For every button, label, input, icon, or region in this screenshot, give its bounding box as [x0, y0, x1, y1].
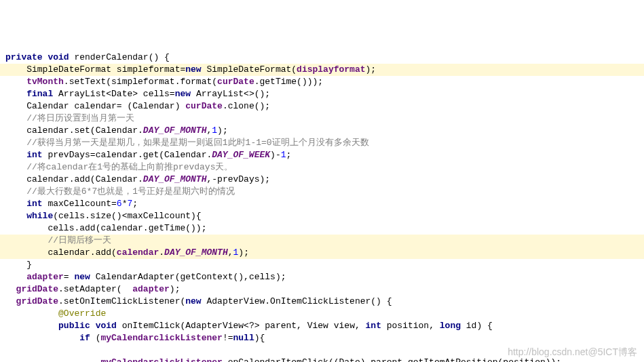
code-token: calendar.set(Calendar.: [26, 125, 143, 136]
code-token: maxCellcount=: [43, 199, 117, 209]
code-token: ,: [228, 247, 233, 258]
code-token: .setOnItemClickListener(: [58, 296, 185, 306]
code-token: .onCalendarItemClick((Date) parent.getIt…: [223, 357, 561, 362]
code-token: DAY_OF_WEEK: [212, 150, 270, 160]
code-line[interactable]: gridDate.setAdapter( adapter);: [0, 283, 644, 296]
code-line[interactable]: //最大行数是6*7也就是，1号正好是星期六时的情况: [0, 186, 644, 198]
code-token: id) {: [461, 321, 493, 331]
code-token: ArrayList<Date> cells=: [53, 89, 174, 99]
code-token: 1: [212, 125, 217, 136]
code-line[interactable]: while(cells.size()<maxCellcount){: [0, 210, 644, 222]
code-token: //将日历设置到当月第一天: [26, 113, 134, 123]
code-token: private: [5, 52, 43, 62]
code-token: );: [170, 284, 181, 294]
code-token: [48, 308, 58, 319]
code-token: (: [90, 333, 101, 343]
code-line[interactable]: }: [0, 259, 644, 271]
code-line[interactable]: tvMonth.setText(simpleformat.format(curD…: [0, 76, 644, 88]
code-token: prevDays=calendar.get(Calendar.: [43, 150, 212, 160]
code-token: calendar.add(: [48, 247, 116, 258]
code-token: [5, 284, 16, 294]
code-token: myCalendarclickListener: [100, 357, 222, 362]
code-token: new: [185, 296, 201, 306]
code-token: [69, 333, 80, 343]
code-token: //最大行数是6*7也就是，1号正好是星期六时的情况: [26, 186, 235, 197]
code-line[interactable]: calendar.add(calendar.DAY_OF_MONTH,1);: [0, 247, 644, 259]
code-token: position,: [381, 321, 440, 331]
code-line[interactable]: int maxCellcount=6*7;: [0, 198, 644, 210]
code-token: }: [26, 260, 32, 270]
code-token: void: [48, 52, 69, 62]
code-token: );: [238, 247, 249, 258]
code-line[interactable]: calendar.set(Calendar.DAY_OF_MONTH,1);: [0, 125, 644, 137]
code-token: void: [96, 321, 117, 331]
code-token: )-: [270, 150, 281, 160]
code-token: adapter: [132, 284, 170, 294]
code-token: int: [26, 199, 42, 209]
code-token: CalendarAdapter(getContext(),cells);: [90, 272, 286, 282]
code-token: );: [366, 64, 377, 75]
code-token: new: [185, 64, 201, 75]
code-token: calendar: [117, 247, 159, 258]
code-token: .clone();: [223, 101, 270, 111]
code-token: 1: [281, 150, 286, 160]
code-line[interactable]: //日期后移一天: [0, 235, 644, 247]
code-line[interactable]: gridDate.setOnItemClickListener(new Adap…: [0, 296, 644, 308]
code-token: new: [74, 272, 90, 282]
code-token: .setAdapter(: [58, 284, 132, 294]
code-editor[interactable]: private void renderCalendar() { SimpleDa…: [0, 49, 644, 362]
code-token: displayformat: [297, 64, 365, 75]
code-token: [90, 357, 101, 362]
code-token: 6: [117, 199, 122, 209]
code-line[interactable]: public void onItemClick(AdapterView<?> p…: [0, 320, 644, 332]
code-token: [5, 296, 16, 306]
code-token: Calendar calendar= (Calendar): [26, 101, 185, 111]
code-token: ,-prevDays);: [206, 174, 270, 184]
code-line[interactable]: //获得当月第一天是星期几，如果是星期一则返回1此时1-1=0证明上个月没有多余…: [0, 137, 644, 149]
code-line[interactable]: adapter= new CalendarAdapter(getContext(…: [0, 271, 644, 283]
code-token: !=: [223, 333, 233, 343]
code-line[interactable]: calendar.add(Calendar.DAY_OF_MONTH,-prev…: [0, 174, 644, 186]
code-token: ArrayList<>();: [191, 89, 270, 99]
code-line[interactable]: cells.add(calendar.getTime());: [0, 222, 644, 235]
code-token: @Override: [58, 308, 106, 319]
code-token: onItemClick(AdapterView<?> parent, View …: [117, 321, 366, 331]
code-token: DAY_OF_MONTH: [164, 247, 228, 258]
code-token: ){: [254, 333, 265, 343]
code-token: if: [79, 333, 90, 343]
code-token: myCalendarclickListener: [100, 333, 222, 343]
code-token: new: [175, 89, 191, 99]
code-token: );: [217, 125, 228, 136]
code-token: cells.add(calendar.getTime());: [48, 223, 206, 233]
code-line[interactable]: //将日历设置到当月第一天: [0, 113, 644, 125]
code-line[interactable]: SimpleDateFormat simpleformat=new Simple…: [0, 64, 644, 76]
code-token: .getTime()));: [254, 77, 323, 87]
code-token: public: [58, 321, 90, 331]
code-line[interactable]: @Override: [0, 308, 644, 320]
code-token: =: [64, 272, 75, 282]
code-token: //将calendar在1号的基础上向前推prevdays天。: [26, 162, 233, 172]
code-token: DAY_OF_MONTH: [143, 174, 207, 184]
code-token: tvMonth: [26, 77, 64, 87]
code-token: long: [440, 321, 461, 331]
code-token: ;: [286, 150, 292, 160]
code-line[interactable]: if (myCalendarclickListener!=null){: [0, 332, 644, 344]
code-token: adapter: [26, 272, 64, 282]
code-token: //获得当月第一天是星期几，如果是星期一则返回1此时1-1=0证明上个月没有多余…: [26, 138, 368, 148]
code-line[interactable]: //将calendar在1号的基础上向前推prevdays天。: [0, 161, 644, 174]
code-line[interactable]: private void renderCalendar() {: [0, 52, 644, 64]
code-token: .: [159, 247, 164, 258]
code-token: DAY_OF_MONTH: [143, 125, 207, 136]
code-token: while: [26, 211, 53, 221]
code-token: [5, 345, 11, 355]
code-token: ;: [132, 199, 138, 209]
code-token: curDate: [185, 101, 223, 111]
code-token: [48, 321, 58, 331]
code-line[interactable]: Calendar calendar= (Calendar) curDate.cl…: [0, 100, 644, 113]
code-line[interactable]: final ArrayList<Date> cells=new ArrayLis…: [0, 88, 644, 100]
code-token: gridDate: [16, 284, 58, 294]
code-token: SimpleDateFormat simpleformat=: [26, 64, 185, 75]
code-line[interactable]: int prevDays=calendar.get(Calendar.DAY_O…: [0, 149, 644, 161]
code-token: gridDate: [16, 296, 58, 306]
watermark-text: http://blog.csdn.net@5ICT博客: [508, 346, 637, 358]
